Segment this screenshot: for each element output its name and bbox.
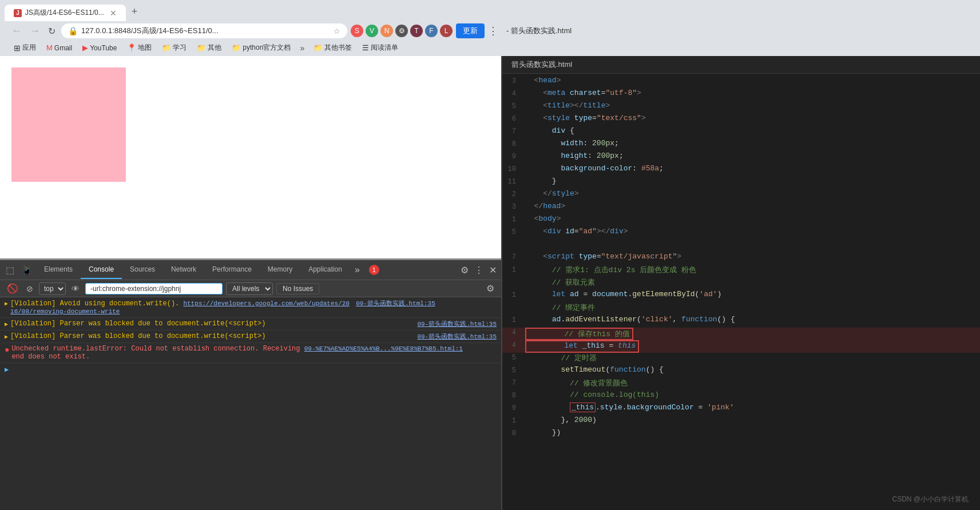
triangle-icon-3: ▶ xyxy=(5,333,8,340)
violation-msg-2: [Violation] Parser was blocked due to do… xyxy=(10,320,265,328)
code-text-16: // 获取元素 xyxy=(525,277,595,290)
menu-icon[interactable]: ⋮ xyxy=(488,25,498,37)
bookmarks-more-btn[interactable]: » xyxy=(296,42,308,54)
folder-icon-3: 📁 xyxy=(232,43,241,52)
code-text-6: width: 200px; xyxy=(525,139,619,152)
ext2-icon[interactable]: V xyxy=(366,25,378,37)
csdn-watermark: CSDN @小小白学计算机 xyxy=(892,495,969,504)
devtools-more-tabs-btn[interactable]: » xyxy=(350,260,364,280)
address-bar[interactable]: 🔒 127.0.0.1:8848/JS高级/14-ES6~ES11/0... ☆ xyxy=(61,23,347,38)
console-line-error: ● Unchecked runtime.lastError: Could not… xyxy=(0,343,501,363)
tab-performance[interactable]: Performance xyxy=(204,261,260,279)
code-text-8: background-color: #58a; xyxy=(525,164,664,177)
bookmark-python[interactable]: 📁 python官方文档 xyxy=(227,42,295,54)
forward-button[interactable]: → xyxy=(27,24,42,38)
folder-icon-2: 📁 xyxy=(197,43,206,52)
code-text-10: </style> xyxy=(525,189,579,202)
context-selector[interactable]: top xyxy=(39,282,66,295)
clear-console-btn[interactable]: 🚫 xyxy=(5,282,21,295)
link-1a[interactable]: https://developers.google.com/web/update… xyxy=(183,300,349,307)
code-line-21: 4 let _this = this xyxy=(502,340,980,353)
devtools-kebab-btn[interactable]: ⋮ xyxy=(472,262,486,278)
reload-button[interactable]: ↻ xyxy=(46,25,58,38)
line-num-13: 5 xyxy=(502,227,525,240)
maps-icon: 📍 xyxy=(127,43,136,52)
code-line-28: 0 }) xyxy=(502,428,980,441)
active-tab[interactable]: J JS高级/14-ES6~ES11/0... ✕ xyxy=(5,5,126,21)
device-toolbar-btn[interactable]: 📱 xyxy=(18,261,36,279)
code-text-3: <title></title> xyxy=(525,101,610,114)
ext5-icon[interactable]: T xyxy=(410,25,423,37)
console-error-msg: Unchecked runtime.lastError: Could not e… xyxy=(11,345,497,361)
eye-btn[interactable]: 👁 xyxy=(69,283,82,294)
inspect-element-btn[interactable]: ⬚ xyxy=(2,261,18,279)
line-num-21: 4 xyxy=(502,340,525,353)
ext4-icon[interactable]: ⚙ xyxy=(395,25,408,37)
console-settings-btn[interactable]: ⚙ xyxy=(484,282,497,295)
tab-sources[interactable]: Sources xyxy=(122,261,163,279)
bookmark-maps[interactable]: 📍 地图 xyxy=(122,42,156,54)
code-text-4: <style type="text/css"> xyxy=(525,114,646,126)
ext1-icon[interactable]: S xyxy=(351,25,363,37)
bookmark-apps[interactable]: ⊞ 应用 xyxy=(9,42,41,54)
bookmark-maps-label: 地图 xyxy=(138,43,152,53)
link-file-1a[interactable]: 09-箭头函数实践.html:35 xyxy=(356,300,435,307)
line-num-7: 9 xyxy=(502,152,525,164)
star-icon[interactable]: ☆ xyxy=(334,27,340,35)
bookmark-other[interactable]: 📁 其他 xyxy=(192,42,226,54)
link-1b[interactable]: 16/08/removing-document-write xyxy=(10,308,120,315)
tab-title: JS高级/14-ES6~ES11/0... xyxy=(25,8,104,18)
console-cursor-line[interactable]: ▶ xyxy=(0,363,501,376)
update-button[interactable]: 更新 xyxy=(456,23,485,38)
bookmark-study[interactable]: 📁 学习 xyxy=(157,42,191,54)
code-text-17: let ad = document.getElementById('ad') xyxy=(525,290,721,302)
code-text-12: <body> xyxy=(525,214,561,227)
ext7-icon[interactable]: L xyxy=(440,25,453,37)
line-num-22: 5 xyxy=(502,353,525,365)
devtools-close-btn[interactable]: ✕ xyxy=(487,262,499,278)
back-button[interactable]: ← xyxy=(9,24,24,38)
ext6-icon[interactable]: F xyxy=(425,25,438,37)
main-content: ⬚ 📱 Elements Console Sources Network Per… xyxy=(0,56,980,510)
line-num-27: 1 xyxy=(502,416,525,428)
bookmark-youtube[interactable]: ▶ YouTube xyxy=(78,42,121,53)
new-tab-btn[interactable]: + xyxy=(126,2,144,21)
tab-favicon: J xyxy=(14,9,22,17)
code-text-15: // 需求1: 点击div 2s 后颜色变成 粉色 xyxy=(525,265,696,277)
code-line-26: 9 _this.style.backgroundColor = 'pink' xyxy=(502,403,980,416)
tab-application[interactable]: Application xyxy=(300,261,350,279)
tab-network[interactable]: Network xyxy=(163,261,204,279)
line-num-2: 4 xyxy=(502,89,525,101)
link-error[interactable]: 09-%E7%AE%AD%E5%A4%B...%9E%E8%B7%B5.html… xyxy=(304,345,463,352)
error-dot-icon: ● xyxy=(5,345,9,354)
code-text-19: ad.addEventListener('click', function() … xyxy=(525,315,735,328)
ext3-icon[interactable]: N xyxy=(380,25,393,37)
console-line-3: ▶ [Violation] Parser was blocked due to … xyxy=(0,330,501,343)
code-text-28: }) xyxy=(525,428,561,441)
code-line-7: 9 height: 200px; xyxy=(502,152,980,164)
line-num-9: 11 xyxy=(502,177,525,189)
tab-elements[interactable]: Elements xyxy=(36,261,81,279)
bookmark-gmail[interactable]: M Gmail xyxy=(42,42,77,53)
folder-icon-1: 📁 xyxy=(162,43,171,52)
code-line-16: // 获取元素 xyxy=(502,277,980,290)
bookmark-readinglist[interactable]: ☰ 阅读清单 xyxy=(358,42,403,54)
link-file-2[interactable]: 09-箭头函数实践.html:35 xyxy=(417,320,497,328)
tab-console[interactable]: Console xyxy=(81,261,122,279)
line-num-23: 5 xyxy=(502,365,525,378)
code-text-13: <div id="ad"></div> xyxy=(525,227,628,240)
link-file-3[interactable]: 09-箭头函数实践.html:35 xyxy=(417,332,497,341)
code-line-10: 2 </style> xyxy=(502,189,980,202)
devtools-settings-btn[interactable]: ⚙ xyxy=(458,262,471,278)
console-filter-input[interactable] xyxy=(85,283,223,294)
code-line-9: 11 } xyxy=(502,177,980,189)
log-levels-select[interactable]: All levels xyxy=(226,282,273,295)
tab-memory[interactable]: Memory xyxy=(260,261,300,279)
address-bar-row: ← → ↻ 🔒 127.0.0.1:8848/JS高级/14-ES6~ES11/… xyxy=(5,21,975,41)
code-line-22: 5 // 定时器 xyxy=(502,353,980,365)
filter-toggle-btn[interactable]: ⊘ xyxy=(24,283,35,294)
code-line-24: 7 // 修改背景颜色 xyxy=(502,378,980,391)
tab-close-icon[interactable]: ✕ xyxy=(110,9,117,18)
code-title-bar: 箭头函数实践.html xyxy=(502,56,980,74)
bookmark-otherbookmarks[interactable]: 📁 其他书签 xyxy=(309,42,356,54)
